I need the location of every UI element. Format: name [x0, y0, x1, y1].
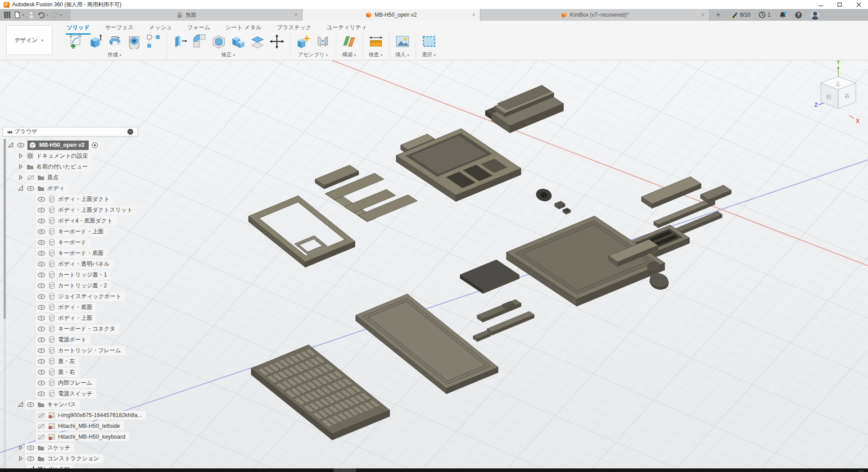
visibility-eye-icon[interactable]	[37, 304, 45, 310]
browser-row[interactable]: i-img900x675-1644576182kh8a...	[0, 410, 153, 421]
document-tab[interactable]: KimBox (v7~recovered)*×	[480, 9, 710, 21]
create-sketch-tool-button[interactable]	[68, 34, 84, 49]
app-grid-icon[interactable]	[4, 11, 11, 18]
combine-tool-button[interactable]	[231, 34, 246, 49]
maximize-button[interactable]	[830, 0, 849, 9]
hole-tool-button[interactable]	[127, 34, 142, 49]
browser-row[interactable]: キーボード・上面	[0, 226, 153, 237]
file-menu-button[interactable]: ▼	[14, 11, 25, 18]
joint-tool-button[interactable]	[315, 34, 330, 49]
visibility-eye-icon[interactable]	[37, 423, 45, 429]
collapse-arrow-icon[interactable]	[18, 402, 23, 407]
expand-arrow-icon[interactable]	[18, 175, 23, 180]
browser-row[interactable]: ボディ4・底面ダクト	[0, 215, 153, 226]
visibility-eye-icon[interactable]	[37, 229, 45, 235]
visibility-eye-icon[interactable]	[37, 207, 45, 213]
notifications-bell-icon[interactable]	[779, 11, 787, 19]
browser-row[interactable]: 蓋・左	[0, 356, 153, 367]
user-avatar[interactable]	[810, 10, 820, 20]
visibility-eye-icon[interactable]	[37, 196, 45, 202]
browser-row[interactable]: 電源ポート	[0, 334, 153, 345]
browser-row[interactable]: 蓋・右	[0, 367, 153, 377]
fillet-tool-button[interactable]	[192, 34, 207, 49]
browser-row[interactable]: カートリッジ蓋・1	[0, 269, 153, 280]
tab-close-icon[interactable]: ×	[701, 12, 705, 18]
visibility-eye-icon[interactable]	[37, 240, 45, 245]
visibility-eye-icon[interactable]	[27, 175, 35, 181]
visibility-eye-icon[interactable]	[27, 445, 35, 451]
expand-arrow-icon[interactable]	[18, 445, 23, 450]
browser-row[interactable]: 名前の付いたビュー	[0, 161, 153, 172]
measure-tool-button[interactable]	[368, 34, 384, 49]
browser-row[interactable]: ボディ・底面	[0, 302, 153, 313]
browser-row[interactable]: 電源スイッチ	[0, 388, 153, 399]
tool-group-label[interactable]: 作成▼	[108, 51, 122, 58]
browser-row[interactable]: ボディ	[0, 183, 153, 194]
browser-row[interactable]: ボディ・上面	[0, 313, 153, 323]
collapse-arrow-icon[interactable]	[8, 142, 14, 148]
tab-close-icon[interactable]: ×	[472, 12, 475, 18]
browser-row[interactable]: ドキュメントの設定	[0, 150, 153, 161]
plane-tool-button[interactable]	[342, 34, 357, 49]
visibility-eye-icon[interactable]	[37, 326, 45, 332]
visibility-eye-icon[interactable]	[37, 348, 45, 354]
select-tool-button[interactable]	[421, 34, 437, 49]
visibility-eye-icon[interactable]	[37, 283, 45, 289]
timeline-bar[interactable]: •••	[0, 468, 868, 472]
help-icon[interactable]	[795, 11, 802, 19]
shell-tool-button[interactable]	[211, 34, 226, 49]
extrude-tool-button[interactable]	[88, 34, 103, 49]
visibility-eye-icon[interactable]	[37, 380, 45, 386]
image-tool-button[interactable]	[395, 34, 410, 49]
move-tool-button[interactable]	[269, 34, 285, 49]
visibility-eye-icon[interactable]	[37, 413, 45, 418]
redo-button[interactable]: ▼	[52, 12, 63, 18]
pattern-tool-button[interactable]	[146, 34, 161, 49]
press-pull-tool-button[interactable]	[172, 34, 188, 49]
job-status[interactable]: 9/10	[731, 11, 750, 19]
visibility-eye-icon[interactable]	[37, 337, 45, 343]
tool-group-label[interactable]: 挿入▼	[395, 51, 410, 58]
undo-button[interactable]: ▼	[38, 12, 49, 18]
browser-row[interactable]: ジョイスティックポート	[0, 291, 153, 302]
tool-group-label[interactable]: 構築▼	[342, 51, 357, 58]
visibility-eye-icon[interactable]	[17, 142, 25, 148]
tool-group-label[interactable]: アセンブリ▼	[298, 51, 329, 58]
browser-row[interactable]: 原点	[0, 172, 153, 183]
visibility-eye-icon[interactable]	[37, 359, 45, 364]
browser-collapse-icon[interactable]: ◀◀	[7, 130, 11, 134]
visibility-eye-icon[interactable]	[37, 294, 45, 300]
visibility-eye-icon[interactable]	[27, 186, 35, 191]
visibility-eye-icon[interactable]	[37, 272, 45, 278]
expand-arrow-icon[interactable]	[18, 164, 23, 169]
visibility-eye-icon[interactable]	[37, 315, 45, 321]
browser-row[interactable]: キャンバス	[0, 399, 153, 410]
visibility-eye-icon[interactable]	[37, 250, 45, 256]
visibility-eye-icon[interactable]	[37, 391, 45, 397]
activate-component-radio[interactable]	[91, 142, 98, 149]
browser-row[interactable]: Hitachi_MB-H50_keyboard	[0, 431, 153, 442]
visibility-eye-icon[interactable]	[37, 434, 45, 440]
offset-tool-button[interactable]	[250, 34, 265, 49]
visibility-eye-icon[interactable]	[37, 218, 45, 224]
revolve-tool-button[interactable]	[107, 34, 122, 49]
tool-group-label[interactable]: 選択▼	[422, 51, 436, 58]
tool-group-label[interactable]: 修正▼	[222, 51, 236, 58]
history-status[interactable]: 1	[759, 11, 771, 18]
browser-row[interactable]: キーボード	[0, 237, 153, 248]
new-component-tool-button[interactable]	[296, 34, 311, 49]
browser-row[interactable]: キーボード・底面	[0, 248, 153, 259]
browser-row[interactable]: コンストラクション	[0, 453, 153, 464]
expand-arrow-icon[interactable]	[18, 456, 23, 461]
document-tab[interactable]: 無題×	[71, 9, 303, 21]
browser-row[interactable]: ボディ・上面ダクトスリット	[0, 204, 153, 215]
browser-row[interactable]: カートリッジ蓋・2	[0, 280, 153, 291]
browser-row[interactable]: スケッチ	[0, 442, 153, 453]
workspace-selector[interactable]: デザイン▼	[6, 25, 52, 55]
browser-minimize-icon[interactable]: −	[127, 129, 133, 135]
visibility-eye-icon[interactable]	[37, 261, 45, 267]
browser-row[interactable]: カートリッジ・フレーム	[0, 345, 153, 356]
minimize-button[interactable]	[811, 0, 830, 9]
browser-row[interactable]: ボディ・透明パネル	[0, 259, 153, 269]
new-document-tab-button[interactable]: +	[714, 10, 723, 20]
